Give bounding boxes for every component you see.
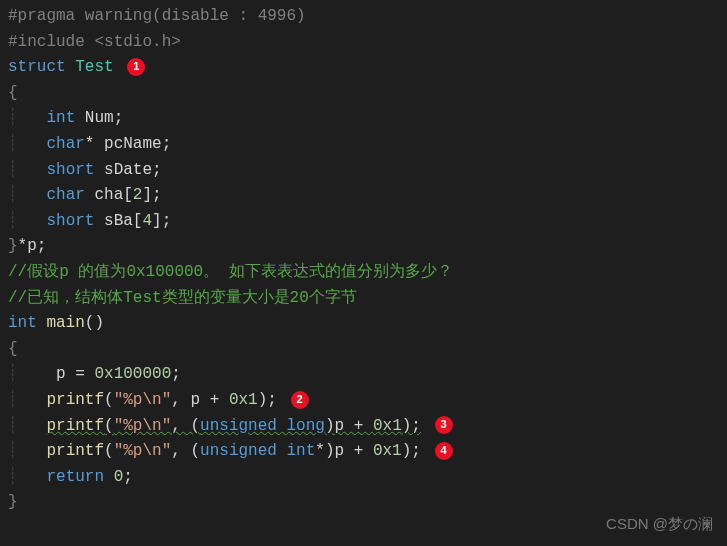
string: "%p\n": [114, 417, 172, 435]
type: short: [46, 212, 94, 230]
code-line: ┊ char cha[2];: [8, 183, 719, 209]
code-line: #include <stdio.h>: [8, 30, 719, 56]
identifier: sDate;: [94, 161, 161, 179]
comment: //假设p 的值为0x100000。 如下表表达式的值分别为多少？: [8, 263, 453, 281]
open-brace: {: [8, 340, 18, 358]
code-line: ┊ printf("%p\n", p + 0x1); 2: [8, 388, 719, 414]
annotation-badge-2: 2: [291, 391, 309, 409]
preprocessor: #pragma warning(disable : 4996): [8, 7, 306, 25]
code-line: {: [8, 81, 719, 107]
type: char: [46, 186, 84, 204]
main-func: main: [37, 314, 85, 332]
code-line: ┊ char* pcName;: [8, 132, 719, 158]
code-line: ┊ printf("%p\n", (unsigned long)p + 0x1)…: [8, 414, 719, 440]
code-line: }*p;: [8, 234, 719, 260]
punct: ;: [171, 365, 181, 383]
punct: ];: [142, 186, 161, 204]
printf-call: printf: [46, 442, 104, 460]
close-brace: }: [8, 237, 18, 255]
open-brace: {: [8, 84, 18, 102]
cast: unsigned long: [200, 417, 325, 435]
number: 4: [142, 212, 152, 230]
identifier: Num;: [75, 109, 123, 127]
type: int: [8, 314, 37, 332]
number: 0x1: [229, 391, 258, 409]
include-header: <stdio.h>: [94, 33, 180, 51]
code-line: ┊ printf("%p\n", (unsigned int*)p + 0x1)…: [8, 439, 719, 465]
number: 0: [104, 468, 123, 486]
code-line: ┊ short sBa[4];: [8, 209, 719, 235]
code-line: #pragma warning(disable : 4996): [8, 4, 719, 30]
comment: //已知，结构体Test类型的变量大小是20个字节: [8, 289, 357, 307]
assignment: p =: [18, 365, 95, 383]
number: 0x100000: [94, 365, 171, 383]
type: short: [46, 161, 94, 179]
watermark: CSDN @梦の澜: [606, 512, 713, 536]
code-line: ┊ short sDate;: [8, 158, 719, 184]
string: "%p\n": [114, 442, 172, 460]
code-line: int main(): [8, 311, 719, 337]
type: int: [46, 109, 75, 127]
code-line: ┊ p = 0x100000;: [8, 362, 719, 388]
code-line: struct Test 1: [8, 55, 719, 81]
code-line: //假设p 的值为0x100000。 如下表表达式的值分别为多少？: [8, 260, 719, 286]
number: 0x1: [373, 417, 402, 435]
punct: ];: [152, 212, 171, 230]
identifier: cha[: [85, 186, 133, 204]
annotation-badge-3: 3: [435, 416, 453, 434]
cast: unsigned int: [200, 442, 315, 460]
parens: (): [85, 314, 104, 332]
code-line: //已知，结构体Test类型的变量大小是20个字节: [8, 286, 719, 312]
close-brace: }: [8, 493, 18, 511]
code-line: ┊ int Num;: [8, 106, 719, 132]
ptr-decl: *p;: [18, 237, 47, 255]
string: "%p\n": [114, 391, 172, 409]
printf-call: printf: [46, 417, 104, 435]
code-line: ┊ return 0;: [8, 465, 719, 491]
code-line: {: [8, 337, 719, 363]
annotation-badge-1: 1: [127, 58, 145, 76]
return-keyword: return: [46, 468, 104, 486]
identifier: * pcName;: [85, 135, 171, 153]
identifier: sBa[: [94, 212, 142, 230]
struct-name: Test: [75, 58, 113, 76]
printf-call: printf: [46, 391, 104, 409]
type: char: [46, 135, 84, 153]
annotation-badge-4: 4: [435, 442, 453, 460]
include-keyword: #include: [8, 33, 94, 51]
struct-keyword: struct: [8, 58, 66, 76]
number: 0x1: [373, 442, 402, 460]
